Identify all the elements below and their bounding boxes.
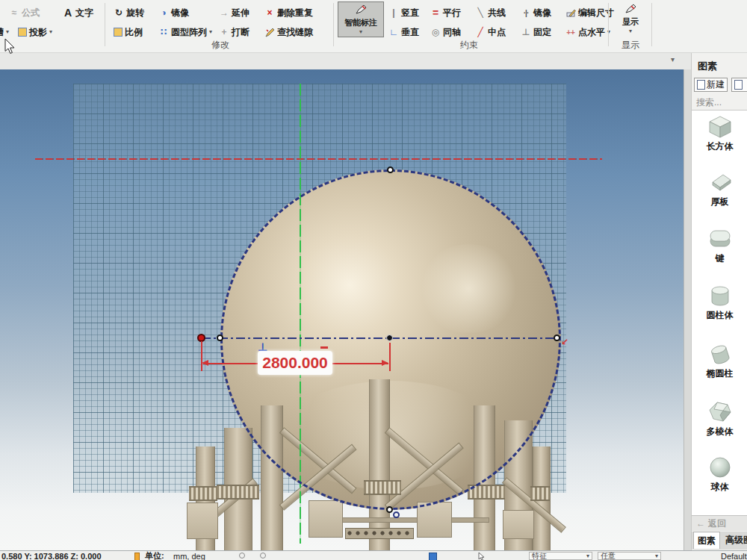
scale-button[interactable]: 比例 [114,25,143,40]
footing-block[interactable] [309,500,343,538]
display-button[interactable]: 显示 ▾ [611,1,650,36]
handle-bottom[interactable] [386,506,393,513]
catalog-panel: 图素 新建 搜索... 长方体 厚板 键 圆柱体 [691,53,747,550]
selection-filter-dropdown[interactable]: 特征 ▾ [529,552,592,560]
mirror-button[interactable]: ◑ 镜像 [158,5,189,20]
rotate-icon: ↻ [114,7,124,18]
list-item-sphere[interactable]: 球体 [692,455,747,494]
find-gap-icon [264,28,275,37]
list-item-slab[interactable]: 厚板 [692,170,747,208]
chevron-down-icon: ▾ [586,553,589,559]
handle-left[interactable] [217,335,223,341]
delete-duplicate-icon: × [264,7,275,18]
constraint-midpoint-button[interactable]: ╱ 中点 [475,25,506,40]
dimension-value-label[interactable]: 2800.000 [258,351,332,375]
horizontal-sketch-axis[interactable] [202,337,559,339]
search-input[interactable]: 搜索... [696,96,722,109]
column-flange [189,486,217,501]
groove-button[interactable]: 槽 ▾ [0,25,9,40]
rotate-button[interactable]: ↻ 旋转 [114,5,144,20]
pan-tool-icon[interactable] [260,553,266,559]
minus-mark [320,346,328,349]
status-bar: 0.580 Y: 1073.886 Z: 0.000 单位: mm, deg 特… [0,550,747,560]
key-icon [692,227,747,251]
footing-block[interactable] [503,510,534,539]
extension-line-right [389,343,391,371]
list-item-elliptic-cylinder[interactable]: 椭圆柱 [692,342,747,380]
back-button[interactable]: ← 返回 [692,515,747,531]
coordinate-readout: 0.580 Y: 1073.886 Z: 0.000 [1,551,102,560]
parallel-constraint-icon: = [430,7,441,19]
list-item-cylinder[interactable]: 圆柱体 [692,284,747,322]
catalog-title: 图素 [698,60,717,73]
config-name[interactable]: Default [721,551,747,560]
delete-duplicate-button[interactable]: × 删除重复 [264,5,313,20]
extend-button[interactable]: → 延伸 [219,5,249,20]
ribbon-bottom-strip: ▾ [0,53,747,69]
smart-dimension-icon [355,4,367,16]
projection-button[interactable]: 投影 ▾ [18,25,52,40]
catalog-tabs: 图素 高级图素 [692,532,747,550]
collinear-constraint-icon: ╲ [475,7,486,18]
tab-primitives[interactable]: 图素 [693,532,720,549]
list-item-polyhedron[interactable]: 多棱体 [692,400,747,438]
formula-icon: ≈ [9,7,19,18]
constraint-vertical-button[interactable]: | 竖直 [388,5,419,20]
point-horizontal-button[interactable]: ++ 点水平 ▾ [565,25,610,40]
footing-block[interactable] [417,502,452,538]
zoom-tool-icon[interactable] [239,553,245,559]
collapse-chevron-icon[interactable]: ▾ [671,55,675,63]
snap-filter-dropdown[interactable]: 任意 ▾ [598,552,661,560]
render-mode-icon[interactable] [429,553,437,560]
fixed-constraint-icon: ⊥ [521,27,531,37]
slab-icon [692,170,747,194]
column-flange [217,485,259,500]
units-label: 单位: [145,551,164,560]
handle-right[interactable] [554,335,560,341]
constraint-perpendicular-button[interactable]: ∟ 垂直 [388,25,419,40]
bolt-row [345,528,414,539]
find-gap-button[interactable]: 查找缝隙 [264,25,313,40]
polyhedron-icon [692,400,747,424]
list-item-box[interactable]: 长方体 [692,115,747,153]
constraint-collinear-button[interactable]: ╲ 共线 [475,5,506,20]
extend-icon: → [219,7,229,18]
break-icon: + [219,27,229,37]
midpoint-constraint-icon: ╱ [475,27,486,37]
bottom-snap-ring [393,511,400,518]
corner-mark-icon: ↙ [561,337,568,347]
formula-button[interactable]: ≈ 公式 [9,5,40,20]
circular-array-button[interactable]: ∷ 圆型阵列 ▾ [158,25,212,40]
constraint-coaxial-button[interactable]: ◎ 同轴 [430,25,461,40]
group-divider [651,3,652,46]
center-point[interactable] [386,335,393,341]
footing-block[interactable] [187,503,218,539]
smart-dimension-button[interactable]: 智能标注 ▾ [338,1,384,37]
mirror-icon: ◑ [158,7,169,18]
constraint-parallel-button[interactable]: = 平行 [430,5,461,20]
handle-top[interactable] [387,167,394,173]
constraint-fixed-button[interactable]: ⊥ 固定 [521,25,551,40]
dimension-arrow-right [382,360,388,366]
column-flange [530,486,550,501]
mirror-constraint-icon: ·|· [521,9,531,17]
break-button[interactable]: + 打断 [219,25,249,40]
circular-array-icon: ∷ [158,27,169,37]
text-button[interactable]: A 文字 [63,5,93,20]
3d-viewport[interactable]: ↙ ⊥ 2800.000 [0,69,684,550]
edit-dimension-icon [565,8,576,18]
chevron-down-icon: ▾ [359,29,362,35]
edit-dimension-button[interactable]: 编辑尺寸 [565,5,614,20]
tab-advanced-primitives[interactable]: 高级图素 [722,532,747,548]
display-icon [624,4,636,16]
projection-icon [18,28,27,37]
list-item-key[interactable]: 键 [692,227,747,265]
elliptic-cylinder-icon [692,342,747,366]
open-catalog-button[interactable] [731,78,747,92]
select-tool-icon[interactable] [478,553,485,560]
units-icon [134,553,140,560]
mouse-cursor [4,39,16,57]
chevron-down-icon: ▾ [49,29,52,35]
new-catalog-button[interactable]: 新建 [694,78,728,92]
constraint-mirror-button[interactable]: ·|· 镜像 [521,5,551,20]
